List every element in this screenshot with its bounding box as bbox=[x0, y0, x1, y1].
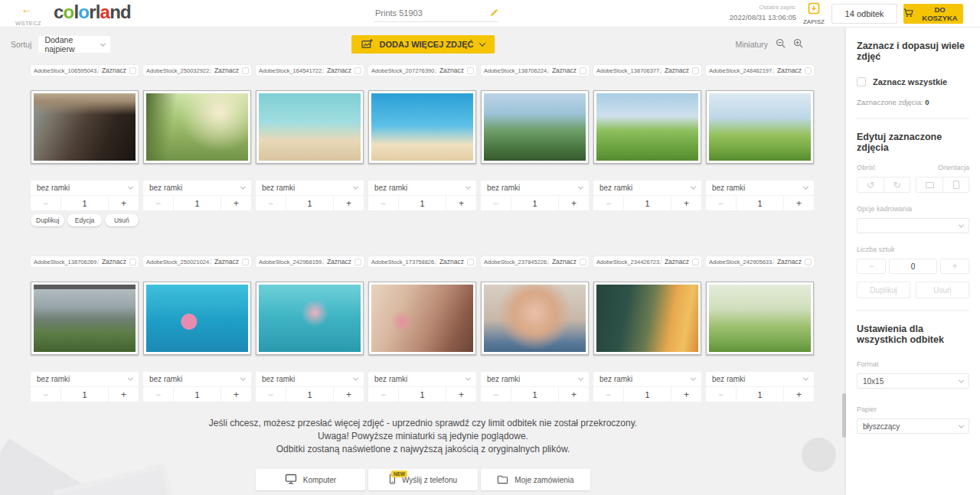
copies-minus-button[interactable]: − bbox=[368, 196, 398, 210]
copies-minus-button[interactable]: − bbox=[256, 387, 286, 402]
card-action-button[interactable]: Usuń bbox=[105, 214, 139, 226]
delete-selected-button[interactable]: Usuń bbox=[916, 282, 969, 298]
copies-plus-button[interactable]: + bbox=[784, 387, 814, 402]
select-photo-label[interactable]: Zaznacz bbox=[774, 67, 805, 74]
copies-plus-button[interactable]: + bbox=[221, 387, 251, 402]
project-name-field[interactable]: Prints 51903 bbox=[374, 4, 498, 22]
back-button[interactable]: ← WSTECZ bbox=[15, 3, 38, 28]
copies-minus-button[interactable]: − bbox=[593, 196, 623, 210]
photo-thumbnail[interactable] bbox=[709, 93, 811, 161]
save-button[interactable]: ZAPISZ bbox=[802, 2, 825, 25]
frame-option-select[interactable]: bez ramki bbox=[31, 372, 139, 386]
select-photo-label[interactable]: Zaznacz bbox=[211, 258, 242, 265]
copies-plus-button[interactable]: + bbox=[446, 196, 476, 210]
photo-print-frame[interactable] bbox=[706, 90, 814, 164]
select-photo-label[interactable]: Zaznacz bbox=[774, 258, 805, 265]
quantity-minus-button[interactable]: − bbox=[857, 259, 886, 274]
select-photo-label[interactable]: Zaznacz bbox=[436, 258, 467, 265]
add-to-cart-button[interactable]: DO KOSZYKA bbox=[903, 4, 963, 24]
photo-print-frame[interactable] bbox=[368, 90, 476, 164]
photo-print-frame[interactable] bbox=[143, 282, 251, 355]
select-photo-checkbox[interactable] bbox=[129, 67, 136, 74]
add-more-photos-button[interactable]: DODAJ WIĘCEJ ZDJĘĆ bbox=[351, 35, 495, 54]
copies-plus-button[interactable]: + bbox=[559, 196, 589, 210]
select-photo-label[interactable]: Zaznacz bbox=[324, 258, 354, 265]
select-photo-checkbox[interactable] bbox=[580, 67, 586, 74]
rotate-left-button[interactable]: ↺ bbox=[858, 177, 884, 192]
photo-print-frame[interactable] bbox=[706, 282, 814, 355]
select-photo-checkbox[interactable] bbox=[354, 259, 361, 265]
orientation-portrait-button[interactable] bbox=[942, 177, 969, 192]
photo-thumbnail[interactable] bbox=[709, 285, 811, 352]
photo-thumbnail[interactable] bbox=[371, 285, 473, 352]
photo-thumbnail[interactable] bbox=[146, 93, 248, 161]
photo-print-frame[interactable] bbox=[368, 282, 476, 355]
copies-minus-button[interactable]: − bbox=[481, 387, 511, 402]
photo-thumbnail[interactable] bbox=[34, 93, 136, 161]
select-photo-label[interactable]: Zaznacz bbox=[549, 67, 580, 74]
card-action-button[interactable]: Duplikuj bbox=[31, 214, 64, 226]
edit-pencil-icon[interactable] bbox=[490, 6, 498, 20]
frame-option-select[interactable]: bez ramki bbox=[706, 181, 814, 195]
copies-minus-button[interactable]: − bbox=[593, 387, 623, 402]
photo-thumbnail[interactable] bbox=[259, 93, 361, 161]
frame-option-select[interactable]: bez ramki bbox=[143, 181, 251, 195]
copies-minus-button[interactable]: − bbox=[368, 387, 398, 402]
select-photo-label[interactable]: Zaznacz bbox=[211, 67, 242, 74]
copies-plus-button[interactable]: + bbox=[334, 387, 364, 402]
photo-print-frame[interactable] bbox=[256, 90, 364, 164]
frame-option-select[interactable]: bez ramki bbox=[593, 181, 701, 195]
frame-option-select[interactable]: bez ramki bbox=[143, 372, 251, 386]
photo-print-frame[interactable] bbox=[593, 282, 701, 355]
frame-option-select[interactable]: bez ramki bbox=[256, 181, 364, 195]
copies-plus-button[interactable]: + bbox=[671, 387, 701, 402]
select-photo-checkbox[interactable] bbox=[129, 259, 136, 265]
paper-select[interactable]: błyszczący bbox=[857, 418, 969, 434]
frame-option-select[interactable]: bez ramki bbox=[256, 372, 364, 386]
select-photo-label[interactable]: Zaznacz bbox=[662, 67, 692, 74]
frame-option-select[interactable]: bez ramki bbox=[593, 372, 701, 386]
copies-minus-button[interactable]: − bbox=[31, 196, 60, 210]
select-photo-checkbox[interactable] bbox=[354, 67, 361, 74]
copies-plus-button[interactable]: + bbox=[221, 196, 251, 210]
copies-plus-button[interactable]: + bbox=[334, 196, 364, 210]
upload-from-computer-button[interactable]: Komputer bbox=[256, 469, 365, 490]
photo-thumbnail[interactable] bbox=[259, 285, 361, 352]
copies-minus-button[interactable]: − bbox=[481, 196, 511, 210]
crop-options-select[interactable] bbox=[857, 218, 969, 233]
select-photo-checkbox[interactable] bbox=[467, 259, 474, 265]
zoom-out-icon[interactable] bbox=[776, 38, 786, 50]
photo-thumbnail[interactable] bbox=[596, 93, 698, 161]
duplicate-selected-button[interactable]: Duplikuj bbox=[857, 282, 910, 298]
photo-print-frame[interactable] bbox=[593, 90, 701, 164]
photo-thumbnail[interactable] bbox=[596, 285, 698, 352]
select-photo-checkbox[interactable] bbox=[242, 67, 249, 74]
select-photo-label[interactable]: Zaznacz bbox=[436, 67, 467, 74]
upload-from-phone-button[interactable]: NEW Wyślij z telefonu bbox=[368, 469, 478, 490]
select-photo-checkbox[interactable] bbox=[242, 259, 249, 265]
scroll-to-top-button[interactable] bbox=[802, 438, 836, 472]
copies-plus-button[interactable]: + bbox=[559, 387, 589, 402]
select-photo-label[interactable]: Zaznacz bbox=[99, 67, 129, 74]
select-photo-checkbox[interactable] bbox=[692, 259, 699, 265]
select-photo-checkbox[interactable] bbox=[805, 259, 812, 265]
photo-print-frame[interactable] bbox=[481, 90, 589, 164]
copies-minus-button[interactable]: − bbox=[143, 387, 173, 402]
photo-print-frame[interactable] bbox=[31, 90, 139, 164]
frame-option-select[interactable]: bez ramki bbox=[31, 181, 139, 195]
copies-plus-button[interactable]: + bbox=[109, 196, 139, 210]
select-photo-label[interactable]: Zaznacz bbox=[324, 67, 354, 74]
card-action-button[interactable]: Edycja bbox=[67, 214, 101, 226]
select-photo-checkbox[interactable] bbox=[580, 259, 586, 265]
orientation-landscape-button[interactable] bbox=[916, 177, 942, 192]
format-select[interactable]: 10x15 bbox=[857, 373, 969, 389]
photo-thumbnail[interactable] bbox=[34, 285, 136, 352]
frame-option-select[interactable]: bez ramki bbox=[706, 372, 814, 386]
copies-minus-button[interactable]: − bbox=[31, 387, 60, 402]
frame-option-select[interactable]: bez ramki bbox=[368, 181, 476, 195]
frame-option-select[interactable]: bez ramki bbox=[481, 181, 589, 195]
prints-count-button[interactable]: 14 odbitek bbox=[831, 4, 897, 24]
select-all-control[interactable]: Zaznacz wszystkie bbox=[857, 77, 969, 86]
photo-thumbnail[interactable] bbox=[484, 93, 586, 161]
photo-print-frame[interactable] bbox=[256, 282, 364, 355]
